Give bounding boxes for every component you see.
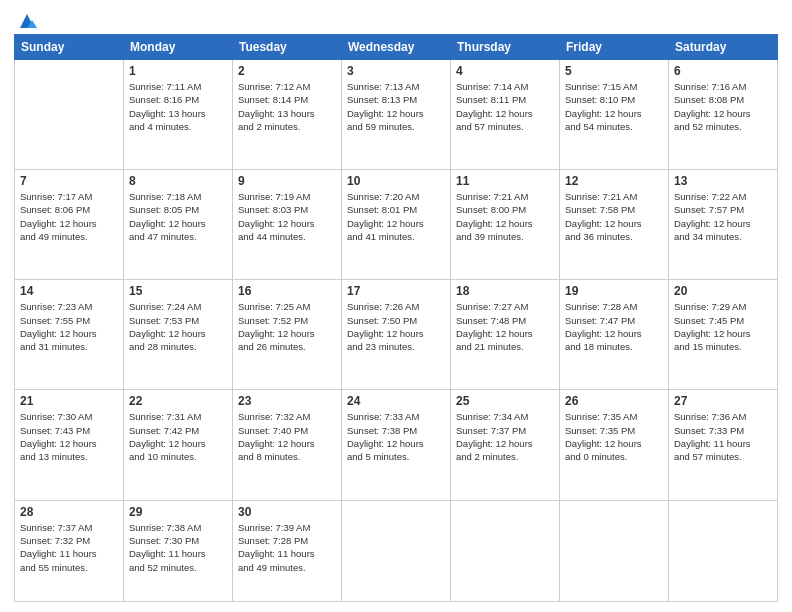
day-of-week-header: Saturday	[669, 35, 778, 60]
calendar-day-cell	[342, 500, 451, 601]
calendar-day-cell: 8Sunrise: 7:18 AM Sunset: 8:05 PM Daylig…	[124, 170, 233, 280]
calendar-day-cell: 29Sunrise: 7:38 AM Sunset: 7:30 PM Dayli…	[124, 500, 233, 601]
calendar-day-cell: 26Sunrise: 7:35 AM Sunset: 7:35 PM Dayli…	[560, 390, 669, 500]
day-number: 18	[456, 284, 554, 298]
day-info: Sunrise: 7:24 AM Sunset: 7:53 PM Dayligh…	[129, 300, 227, 353]
day-info: Sunrise: 7:33 AM Sunset: 7:38 PM Dayligh…	[347, 410, 445, 463]
day-of-week-header: Thursday	[451, 35, 560, 60]
day-info: Sunrise: 7:36 AM Sunset: 7:33 PM Dayligh…	[674, 410, 772, 463]
day-info: Sunrise: 7:12 AM Sunset: 8:14 PM Dayligh…	[238, 80, 336, 133]
day-number: 19	[565, 284, 663, 298]
calendar-day-cell: 27Sunrise: 7:36 AM Sunset: 7:33 PM Dayli…	[669, 390, 778, 500]
calendar-day-cell: 10Sunrise: 7:20 AM Sunset: 8:01 PM Dayli…	[342, 170, 451, 280]
day-info: Sunrise: 7:13 AM Sunset: 8:13 PM Dayligh…	[347, 80, 445, 133]
day-info: Sunrise: 7:16 AM Sunset: 8:08 PM Dayligh…	[674, 80, 772, 133]
calendar-day-cell: 17Sunrise: 7:26 AM Sunset: 7:50 PM Dayli…	[342, 280, 451, 390]
day-info: Sunrise: 7:28 AM Sunset: 7:47 PM Dayligh…	[565, 300, 663, 353]
day-of-week-header: Wednesday	[342, 35, 451, 60]
day-of-week-header: Friday	[560, 35, 669, 60]
day-of-week-header: Tuesday	[233, 35, 342, 60]
day-number: 5	[565, 64, 663, 78]
calendar-day-cell: 24Sunrise: 7:33 AM Sunset: 7:38 PM Dayli…	[342, 390, 451, 500]
day-info: Sunrise: 7:19 AM Sunset: 8:03 PM Dayligh…	[238, 190, 336, 243]
day-number: 24	[347, 394, 445, 408]
day-number: 17	[347, 284, 445, 298]
day-number: 11	[456, 174, 554, 188]
day-number: 21	[20, 394, 118, 408]
day-number: 9	[238, 174, 336, 188]
calendar-day-cell: 2Sunrise: 7:12 AM Sunset: 8:14 PM Daylig…	[233, 60, 342, 170]
day-of-week-header: Sunday	[15, 35, 124, 60]
day-info: Sunrise: 7:39 AM Sunset: 7:28 PM Dayligh…	[238, 521, 336, 574]
day-info: Sunrise: 7:26 AM Sunset: 7:50 PM Dayligh…	[347, 300, 445, 353]
day-info: Sunrise: 7:21 AM Sunset: 8:00 PM Dayligh…	[456, 190, 554, 243]
header	[14, 10, 778, 26]
day-number: 27	[674, 394, 772, 408]
day-of-week-header: Monday	[124, 35, 233, 60]
day-info: Sunrise: 7:30 AM Sunset: 7:43 PM Dayligh…	[20, 410, 118, 463]
day-number: 3	[347, 64, 445, 78]
calendar-day-cell: 6Sunrise: 7:16 AM Sunset: 8:08 PM Daylig…	[669, 60, 778, 170]
day-number: 23	[238, 394, 336, 408]
calendar-day-cell	[669, 500, 778, 601]
day-number: 29	[129, 505, 227, 519]
day-info: Sunrise: 7:14 AM Sunset: 8:11 PM Dayligh…	[456, 80, 554, 133]
calendar-day-cell: 13Sunrise: 7:22 AM Sunset: 7:57 PM Dayli…	[669, 170, 778, 280]
day-number: 20	[674, 284, 772, 298]
day-info: Sunrise: 7:22 AM Sunset: 7:57 PM Dayligh…	[674, 190, 772, 243]
day-info: Sunrise: 7:34 AM Sunset: 7:37 PM Dayligh…	[456, 410, 554, 463]
day-number: 1	[129, 64, 227, 78]
day-info: Sunrise: 7:38 AM Sunset: 7:30 PM Dayligh…	[129, 521, 227, 574]
calendar-week-row: 1Sunrise: 7:11 AM Sunset: 8:16 PM Daylig…	[15, 60, 778, 170]
logo-icon	[16, 10, 38, 32]
logo	[14, 10, 38, 26]
day-number: 4	[456, 64, 554, 78]
day-number: 26	[565, 394, 663, 408]
day-info: Sunrise: 7:31 AM Sunset: 7:42 PM Dayligh…	[129, 410, 227, 463]
day-info: Sunrise: 7:11 AM Sunset: 8:16 PM Dayligh…	[129, 80, 227, 133]
day-number: 15	[129, 284, 227, 298]
calendar-week-row: 28Sunrise: 7:37 AM Sunset: 7:32 PM Dayli…	[15, 500, 778, 601]
calendar-day-cell: 12Sunrise: 7:21 AM Sunset: 7:58 PM Dayli…	[560, 170, 669, 280]
calendar-week-row: 7Sunrise: 7:17 AM Sunset: 8:06 PM Daylig…	[15, 170, 778, 280]
calendar-day-cell: 21Sunrise: 7:30 AM Sunset: 7:43 PM Dayli…	[15, 390, 124, 500]
day-info: Sunrise: 7:17 AM Sunset: 8:06 PM Dayligh…	[20, 190, 118, 243]
calendar-day-cell	[451, 500, 560, 601]
day-number: 13	[674, 174, 772, 188]
calendar-day-cell: 7Sunrise: 7:17 AM Sunset: 8:06 PM Daylig…	[15, 170, 124, 280]
day-number: 25	[456, 394, 554, 408]
calendar-day-cell	[15, 60, 124, 170]
calendar-day-cell: 16Sunrise: 7:25 AM Sunset: 7:52 PM Dayli…	[233, 280, 342, 390]
calendar-day-cell: 22Sunrise: 7:31 AM Sunset: 7:42 PM Dayli…	[124, 390, 233, 500]
calendar-day-cell	[560, 500, 669, 601]
page: SundayMondayTuesdayWednesdayThursdayFrid…	[0, 0, 792, 612]
calendar-day-cell: 3Sunrise: 7:13 AM Sunset: 8:13 PM Daylig…	[342, 60, 451, 170]
calendar-header-row: SundayMondayTuesdayWednesdayThursdayFrid…	[15, 35, 778, 60]
calendar-day-cell: 5Sunrise: 7:15 AM Sunset: 8:10 PM Daylig…	[560, 60, 669, 170]
day-number: 28	[20, 505, 118, 519]
day-number: 8	[129, 174, 227, 188]
day-info: Sunrise: 7:20 AM Sunset: 8:01 PM Dayligh…	[347, 190, 445, 243]
day-info: Sunrise: 7:18 AM Sunset: 8:05 PM Dayligh…	[129, 190, 227, 243]
calendar-week-row: 21Sunrise: 7:30 AM Sunset: 7:43 PM Dayli…	[15, 390, 778, 500]
day-number: 6	[674, 64, 772, 78]
day-number: 30	[238, 505, 336, 519]
day-info: Sunrise: 7:15 AM Sunset: 8:10 PM Dayligh…	[565, 80, 663, 133]
calendar-day-cell: 18Sunrise: 7:27 AM Sunset: 7:48 PM Dayli…	[451, 280, 560, 390]
calendar-day-cell: 30Sunrise: 7:39 AM Sunset: 7:28 PM Dayli…	[233, 500, 342, 601]
day-number: 10	[347, 174, 445, 188]
calendar-day-cell: 25Sunrise: 7:34 AM Sunset: 7:37 PM Dayli…	[451, 390, 560, 500]
day-info: Sunrise: 7:23 AM Sunset: 7:55 PM Dayligh…	[20, 300, 118, 353]
calendar-day-cell: 14Sunrise: 7:23 AM Sunset: 7:55 PM Dayli…	[15, 280, 124, 390]
calendar-day-cell: 28Sunrise: 7:37 AM Sunset: 7:32 PM Dayli…	[15, 500, 124, 601]
calendar-day-cell: 1Sunrise: 7:11 AM Sunset: 8:16 PM Daylig…	[124, 60, 233, 170]
calendar-day-cell: 23Sunrise: 7:32 AM Sunset: 7:40 PM Dayli…	[233, 390, 342, 500]
calendar-day-cell: 4Sunrise: 7:14 AM Sunset: 8:11 PM Daylig…	[451, 60, 560, 170]
calendar-day-cell: 11Sunrise: 7:21 AM Sunset: 8:00 PM Dayli…	[451, 170, 560, 280]
day-info: Sunrise: 7:35 AM Sunset: 7:35 PM Dayligh…	[565, 410, 663, 463]
day-number: 12	[565, 174, 663, 188]
calendar-day-cell: 19Sunrise: 7:28 AM Sunset: 7:47 PM Dayli…	[560, 280, 669, 390]
calendar-table: SundayMondayTuesdayWednesdayThursdayFrid…	[14, 34, 778, 602]
calendar-day-cell: 20Sunrise: 7:29 AM Sunset: 7:45 PM Dayli…	[669, 280, 778, 390]
calendar-day-cell: 9Sunrise: 7:19 AM Sunset: 8:03 PM Daylig…	[233, 170, 342, 280]
